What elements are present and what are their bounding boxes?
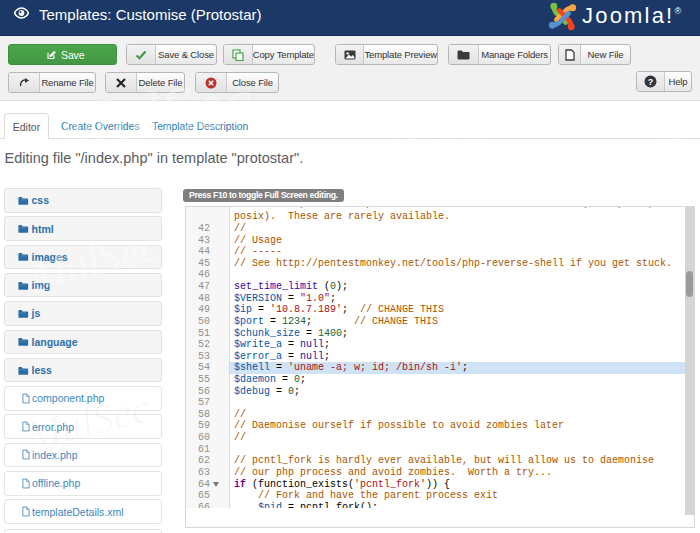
svg-text:?: ?: [648, 77, 653, 87]
